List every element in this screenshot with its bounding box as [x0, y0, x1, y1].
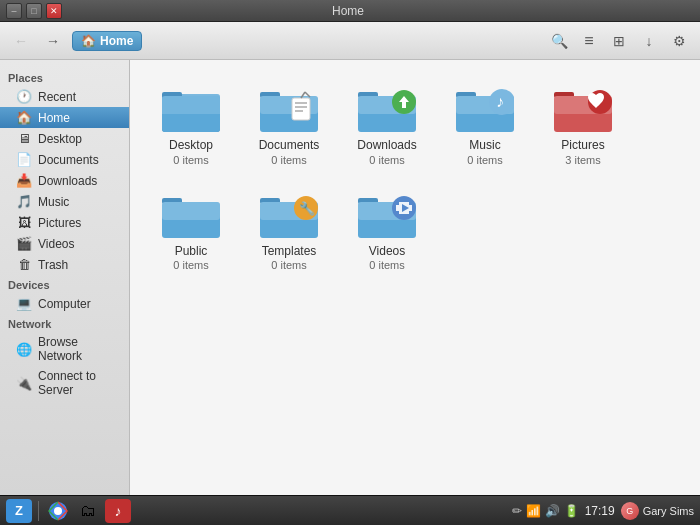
- videos-icon: 🎬: [16, 236, 32, 251]
- folder-videos[interactable]: Videos 0 items: [342, 182, 432, 280]
- trash-icon: 🗑: [16, 257, 32, 272]
- downloads-icon: 📥: [16, 173, 32, 188]
- music-icon: 🎵: [16, 194, 32, 209]
- taskbar-user[interactable]: G Gary Sims: [621, 502, 694, 520]
- sidebar-item-trash[interactable]: 🗑 Trash: [0, 254, 129, 275]
- download-button[interactable]: ↓: [636, 28, 662, 54]
- folder-desktop-icon: [161, 84, 221, 134]
- sidebar-item-label: Computer: [38, 297, 91, 311]
- sidebar-item-recent[interactable]: 🕐 Recent: [0, 86, 129, 107]
- search-button[interactable]: 🔍: [546, 28, 572, 54]
- folder-public-icon: [161, 190, 221, 240]
- folder-downloads[interactable]: Downloads 0 items: [342, 76, 432, 174]
- folder-public-count: 0 items: [173, 259, 208, 271]
- sidebar-section-network: Network: [0, 314, 129, 332]
- svg-rect-41: [396, 202, 399, 205]
- sidebar-item-browse-network[interactable]: 🌐 Browse Network: [0, 332, 129, 366]
- folder-downloads-icon: [357, 84, 417, 134]
- folder-videos-label: Videos: [369, 244, 405, 260]
- taskbar-right: ✏ 📶 🔊 🔋 17:19 G Gary Sims: [512, 502, 694, 520]
- file-area: Desktop 0 items: [130, 60, 700, 495]
- sidebar-item-desktop[interactable]: 🖥 Desktop: [0, 128, 129, 149]
- sidebar-item-connect-server[interactable]: 🔌 Connect to Server: [0, 366, 129, 400]
- folder-public[interactable]: Public 0 items: [146, 182, 236, 280]
- taskbar-chromium[interactable]: [45, 499, 71, 523]
- back-button[interactable]: ←: [8, 28, 34, 54]
- settings-button[interactable]: ⚙: [666, 28, 692, 54]
- folder-music-label: Music: [469, 138, 500, 154]
- sidebar-item-music[interactable]: 🎵 Music: [0, 191, 129, 212]
- sidebar-item-home[interactable]: 🏠 Home: [0, 107, 129, 128]
- recent-icon: 🕐: [16, 89, 32, 104]
- folder-music-count: 0 items: [467, 154, 502, 166]
- sidebar-item-documents[interactable]: 📄 Documents: [0, 149, 129, 170]
- folder-music-icon: ♪: [455, 84, 515, 134]
- minimize-button[interactable]: –: [6, 3, 22, 19]
- systray: ✏ 📶 🔊 🔋: [512, 504, 579, 518]
- download-icon: ↓: [646, 33, 653, 49]
- close-button[interactable]: ✕: [46, 3, 62, 19]
- sidebar-item-label: Browse Network: [38, 335, 121, 363]
- folder-pictures[interactable]: Pictures 3 items: [538, 76, 628, 174]
- forward-icon: →: [46, 33, 60, 49]
- folder-documents-count: 0 items: [271, 154, 306, 166]
- folder-desktop-count: 0 items: [173, 154, 208, 166]
- folder-documents-label: Documents: [259, 138, 320, 154]
- pictures-icon: 🖼: [16, 215, 32, 230]
- home-sidebar-icon: 🏠: [16, 110, 32, 125]
- user-avatar: G: [621, 502, 639, 520]
- folder-videos-count: 0 items: [369, 259, 404, 271]
- tray-volume-icon: 🔊: [545, 504, 560, 518]
- server-icon: 🔌: [16, 376, 32, 391]
- sidebar-item-pictures[interactable]: 🖼 Pictures: [0, 212, 129, 233]
- folder-documents[interactable]: Documents 0 items: [244, 76, 334, 174]
- sidebar-item-computer[interactable]: 💻 Computer: [0, 293, 129, 314]
- folder-templates[interactable]: 🔧 Templates 0 items: [244, 182, 334, 280]
- menu-icon: ≡: [584, 32, 593, 50]
- taskbar-media[interactable]: ♪: [105, 499, 131, 523]
- tray-wifi-icon: 📶: [526, 504, 541, 518]
- sidebar-item-downloads[interactable]: 📥 Downloads: [0, 170, 129, 191]
- sidebar-item-label: Connect to Server: [38, 369, 121, 397]
- svg-point-47: [54, 507, 62, 515]
- taskbar-zorin[interactable]: Z: [6, 499, 32, 523]
- sidebar-item-label: Downloads: [38, 174, 97, 188]
- forward-button[interactable]: →: [40, 28, 66, 54]
- folder-downloads-label: Downloads: [357, 138, 416, 154]
- window-controls[interactable]: – □ ✕: [6, 3, 62, 19]
- sidebar-item-label: Desktop: [38, 132, 82, 146]
- user-name: Gary Sims: [643, 505, 694, 517]
- tray-pencil-icon: ✏: [512, 504, 522, 518]
- network-icon: 🌐: [16, 342, 32, 357]
- folder-desktop-label: Desktop: [169, 138, 213, 154]
- computer-icon: 💻: [16, 296, 32, 311]
- folder-downloads-count: 0 items: [369, 154, 404, 166]
- search-icon: 🔍: [551, 33, 568, 49]
- svg-rect-30: [162, 202, 220, 220]
- sidebar-item-videos[interactable]: 🎬 Videos: [0, 233, 129, 254]
- folder-pictures-label: Pictures: [561, 138, 604, 154]
- folder-music[interactable]: ♪ Music 0 items: [440, 76, 530, 174]
- toolbar-right: 🔍 ≡ ⊞ ↓ ⚙: [546, 28, 692, 54]
- view-toggle-button[interactable]: ⊞: [606, 28, 632, 54]
- maximize-button[interactable]: □: [26, 3, 42, 19]
- desktop-icon: 🖥: [16, 131, 32, 146]
- folder-pictures-icon: [553, 84, 613, 134]
- folder-videos-icon: [357, 190, 417, 240]
- title-bar: – □ ✕ Home: [0, 0, 700, 22]
- tray-battery-icon: 🔋: [564, 504, 579, 518]
- svg-text:🔧: 🔧: [299, 200, 316, 217]
- taskbar-files[interactable]: 🗂: [75, 499, 101, 523]
- menu-button[interactable]: ≡: [576, 28, 602, 54]
- taskbar: Z 🗂 ♪ ✏ 📶 🔊 🔋 17:19 G Gary Sims: [0, 495, 700, 525]
- window-title: Home: [62, 4, 634, 18]
- folder-desktop[interactable]: Desktop 0 items: [146, 76, 236, 174]
- svg-rect-42: [396, 211, 399, 214]
- folder-templates-count: 0 items: [271, 259, 306, 271]
- svg-rect-44: [409, 211, 412, 214]
- svg-rect-43: [409, 202, 412, 205]
- back-icon: ←: [14, 33, 28, 49]
- settings-icon: ⚙: [673, 33, 686, 49]
- location-home[interactable]: 🏠 Home: [72, 31, 142, 51]
- sidebar-item-label: Documents: [38, 153, 99, 167]
